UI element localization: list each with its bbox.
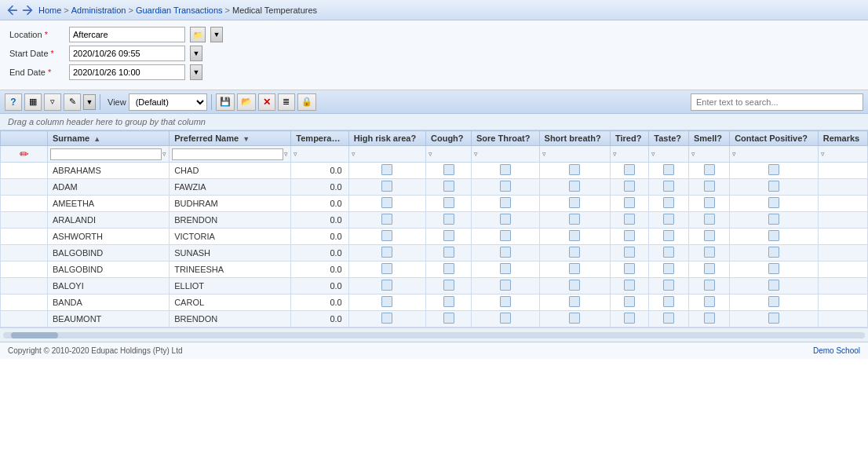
cell-cough-2[interactable]	[426, 196, 472, 212]
cell-high-risk-5[interactable]	[348, 245, 425, 262]
checkbox-short-breath-6[interactable]	[569, 263, 580, 274]
checkbox-smell-6[interactable]	[704, 263, 715, 274]
scroll-track[interactable]	[3, 332, 865, 338]
filter-dropdown-remarks[interactable]: ▿	[821, 150, 825, 158]
checkbox-smell-2[interactable]	[704, 197, 715, 208]
cell-contact-positive-9[interactable]	[730, 311, 819, 327]
cell-sore-throat-7[interactable]	[471, 278, 539, 295]
cell-contact-positive-3[interactable]	[730, 212, 819, 229]
checkbox-high-risk-7[interactable]	[381, 280, 392, 291]
checkbox-sore-throat-5[interactable]	[500, 247, 511, 258]
cell-smell-7[interactable]	[688, 278, 729, 295]
cell-short-breath-2[interactable]	[539, 196, 610, 212]
cell-tired-6[interactable]	[611, 262, 649, 278]
cell-contact-positive-4[interactable]	[730, 229, 819, 245]
cell-short-breath-0[interactable]	[539, 163, 610, 179]
checkbox-short-breath-3[interactable]	[569, 214, 580, 225]
filter-dropdown-sore-throat[interactable]: ▿	[474, 150, 478, 158]
cell-short-breath-3[interactable]	[539, 212, 610, 229]
checkbox-tired-6[interactable]	[624, 263, 635, 274]
checkbox-short-breath-4[interactable]	[569, 230, 580, 241]
checkbox-taste-9[interactable]	[663, 313, 674, 324]
horizontal-scrollbar[interactable]	[0, 327, 868, 342]
cell-short-breath-7[interactable]	[539, 278, 610, 295]
checkbox-short-breath-2[interactable]	[569, 197, 580, 208]
filter-cell-taste[interactable]: ▿	[649, 146, 689, 163]
cell-sore-throat-1[interactable]	[471, 179, 539, 196]
cell-taste-0[interactable]	[649, 163, 689, 179]
cell-taste-8[interactable]	[649, 295, 689, 311]
cell-smell-5[interactable]	[688, 245, 729, 262]
clear-filters-button[interactable]: ✏	[20, 148, 29, 160]
cell-sore-throat-4[interactable]	[471, 229, 539, 245]
checkbox-tired-2[interactable]	[624, 197, 635, 208]
col-header-cough[interactable]: Cough?	[426, 131, 472, 146]
table-wrapper[interactable]: Surname ▲ Preferred Name ▼ Tempera… High…	[0, 130, 868, 327]
breadcrumb-admin[interactable]: Administration	[71, 5, 126, 15]
location-browse-button[interactable]: 📁	[190, 27, 206, 42]
checkbox-cough-4[interactable]	[443, 230, 454, 241]
col-header-taste[interactable]: Taste?	[649, 131, 689, 146]
checkbox-sore-throat-8[interactable]	[500, 296, 511, 307]
help-button[interactable]: ?	[5, 93, 22, 111]
cell-smell-3[interactable]	[688, 212, 729, 229]
filter-input-surname[interactable]	[50, 148, 162, 160]
scroll-thumb[interactable]	[11, 332, 58, 338]
cell-taste-9[interactable]	[649, 311, 689, 327]
cell-short-breath-9[interactable]	[539, 311, 610, 327]
filter-arrow-preferred-name[interactable]: ▿	[284, 150, 288, 158]
checkbox-cough-3[interactable]	[443, 214, 454, 225]
filter-dropdown-short-breath[interactable]: ▿	[542, 150, 546, 158]
cell-sore-throat-6[interactable]	[471, 262, 539, 278]
cell-cough-4[interactable]	[426, 229, 472, 245]
delete-button[interactable]: ✕	[258, 93, 275, 111]
cell-taste-3[interactable]	[649, 212, 689, 229]
cell-taste-7[interactable]	[649, 278, 689, 295]
action-dropdown-button[interactable]: ▼	[83, 94, 96, 110]
filter-cell-high-risk[interactable]: ▿	[348, 146, 425, 163]
cell-short-breath-4[interactable]	[539, 229, 610, 245]
col-header-contact-positive[interactable]: Contact Positive?	[730, 131, 819, 146]
checkbox-high-risk-1[interactable]	[381, 181, 392, 192]
checkbox-taste-5[interactable]	[663, 247, 674, 258]
cell-contact-positive-0[interactable]	[730, 163, 819, 179]
checkbox-taste-0[interactable]	[663, 164, 674, 175]
col-header-short-breath[interactable]: Short breath?	[539, 131, 610, 146]
cell-high-risk-2[interactable]	[348, 196, 425, 212]
start-date-dropdown-button[interactable]: ▼	[190, 46, 202, 61]
cell-smell-6[interactable]	[688, 262, 729, 278]
lock-button[interactable]: 🔒	[297, 93, 316, 111]
checkbox-cough-0[interactable]	[443, 164, 454, 175]
checkbox-sore-throat-7[interactable]	[500, 280, 511, 291]
cell-sore-throat-5[interactable]	[471, 245, 539, 262]
cell-cough-8[interactable]	[426, 295, 472, 311]
checkbox-contact-positive-7[interactable]	[768, 280, 779, 291]
filter-cell-tired[interactable]: ▿	[611, 146, 649, 163]
checkbox-taste-3[interactable]	[663, 214, 674, 225]
checkbox-cough-9[interactable]	[443, 313, 454, 324]
filter-cell-surname[interactable]: ▿	[48, 146, 170, 163]
cell-tired-4[interactable]	[611, 229, 649, 245]
checkbox-cough-1[interactable]	[443, 181, 454, 192]
checkbox-tired-8[interactable]	[624, 296, 635, 307]
start-date-input[interactable]	[69, 46, 185, 61]
cell-cough-5[interactable]	[426, 245, 472, 262]
cell-short-breath-1[interactable]	[539, 179, 610, 196]
cell-high-risk-9[interactable]	[348, 311, 425, 327]
col-header-sore-throat[interactable]: Sore Throat?	[471, 131, 539, 146]
checkbox-short-breath-7[interactable]	[569, 280, 580, 291]
cell-cough-0[interactable]	[426, 163, 472, 179]
checkbox-sore-throat-1[interactable]	[500, 181, 511, 192]
cell-contact-positive-7[interactable]	[730, 278, 819, 295]
filter-button[interactable]: ▿	[44, 93, 61, 111]
cell-contact-positive-5[interactable]	[730, 245, 819, 262]
filter-dropdown-taste[interactable]: ▿	[651, 150, 655, 158]
cell-tired-8[interactable]	[611, 295, 649, 311]
cell-sore-throat-8[interactable]	[471, 295, 539, 311]
cell-short-breath-6[interactable]	[539, 262, 610, 278]
checkbox-smell-0[interactable]	[704, 164, 715, 175]
col-header-smell[interactable]: Smell?	[688, 131, 729, 146]
end-date-input[interactable]	[69, 64, 185, 80]
filter-arrow-surname[interactable]: ▿	[162, 150, 166, 158]
checkbox-taste-1[interactable]	[663, 181, 674, 192]
